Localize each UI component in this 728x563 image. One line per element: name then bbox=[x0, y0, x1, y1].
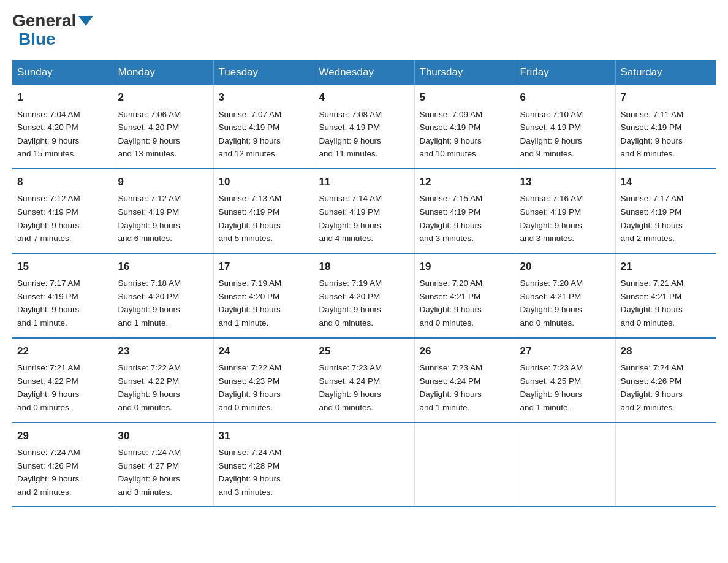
day-number: 11 bbox=[319, 174, 409, 190]
page-header: General Blue bbox=[12, 12, 716, 48]
day-number: 4 bbox=[319, 90, 409, 105]
weekday-header-friday: Friday bbox=[515, 60, 615, 85]
day-info: Sunrise: 7:19 AMSunset: 4:20 PMDaylight:… bbox=[219, 278, 282, 327]
calendar-cell: 21Sunrise: 7:21 AMSunset: 4:21 PMDayligh… bbox=[615, 253, 716, 338]
day-info: Sunrise: 7:12 AMSunset: 4:19 PMDaylight:… bbox=[17, 194, 80, 243]
weekday-header-monday: Monday bbox=[113, 60, 213, 85]
calendar-cell: 3Sunrise: 7:07 AMSunset: 4:19 PMDaylight… bbox=[213, 85, 314, 169]
day-number: 19 bbox=[420, 259, 510, 275]
day-info: Sunrise: 7:12 AMSunset: 4:19 PMDaylight:… bbox=[118, 194, 181, 243]
calendar-cell bbox=[515, 423, 615, 507]
calendar-week-row: 8Sunrise: 7:12 AMSunset: 4:19 PMDaylight… bbox=[12, 169, 716, 253]
weekday-header-wednesday: Wednesday bbox=[314, 60, 414, 85]
calendar-cell: 22Sunrise: 7:21 AMSunset: 4:22 PMDayligh… bbox=[12, 338, 113, 423]
logo-arrow-icon bbox=[78, 16, 93, 26]
day-info: Sunrise: 7:11 AMSunset: 4:19 PMDaylight:… bbox=[621, 110, 684, 159]
calendar-cell: 11Sunrise: 7:14 AMSunset: 4:19 PMDayligh… bbox=[314, 169, 414, 253]
calendar-cell: 29Sunrise: 7:24 AMSunset: 4:26 PMDayligh… bbox=[12, 423, 113, 507]
day-info: Sunrise: 7:18 AMSunset: 4:20 PMDaylight:… bbox=[118, 278, 181, 327]
day-info: Sunrise: 7:04 AMSunset: 4:20 PMDaylight:… bbox=[17, 110, 80, 159]
day-info: Sunrise: 7:22 AMSunset: 4:23 PMDaylight:… bbox=[219, 363, 282, 412]
calendar-cell bbox=[314, 423, 414, 507]
weekday-header-thursday: Thursday bbox=[414, 60, 515, 85]
calendar-cell: 8Sunrise: 7:12 AMSunset: 4:19 PMDaylight… bbox=[12, 169, 113, 253]
day-info: Sunrise: 7:15 AMSunset: 4:19 PMDaylight:… bbox=[420, 194, 483, 243]
day-info: Sunrise: 7:14 AMSunset: 4:19 PMDaylight:… bbox=[319, 194, 382, 243]
calendar-cell bbox=[414, 423, 515, 507]
calendar-cell: 7Sunrise: 7:11 AMSunset: 4:19 PMDaylight… bbox=[615, 85, 716, 169]
calendar-week-row: 22Sunrise: 7:21 AMSunset: 4:22 PMDayligh… bbox=[12, 338, 716, 423]
day-number: 16 bbox=[118, 259, 208, 275]
day-number: 9 bbox=[118, 174, 208, 190]
calendar-cell: 12Sunrise: 7:15 AMSunset: 4:19 PMDayligh… bbox=[414, 169, 515, 253]
day-number: 30 bbox=[118, 428, 208, 444]
day-number: 29 bbox=[17, 428, 108, 444]
calendar-cell: 17Sunrise: 7:19 AMSunset: 4:20 PMDayligh… bbox=[213, 253, 314, 338]
calendar-cell: 9Sunrise: 7:12 AMSunset: 4:19 PMDaylight… bbox=[113, 169, 213, 253]
day-info: Sunrise: 7:21 AMSunset: 4:21 PMDaylight:… bbox=[621, 278, 684, 327]
day-info: Sunrise: 7:24 AMSunset: 4:27 PMDaylight:… bbox=[118, 448, 181, 497]
calendar-week-row: 1Sunrise: 7:04 AMSunset: 4:20 PMDaylight… bbox=[12, 85, 716, 169]
day-info: Sunrise: 7:07 AMSunset: 4:19 PMDaylight:… bbox=[219, 110, 282, 159]
day-number: 8 bbox=[17, 174, 108, 190]
logo-blue-text: Blue bbox=[18, 31, 56, 48]
day-number: 26 bbox=[420, 343, 510, 359]
day-info: Sunrise: 7:09 AMSunset: 4:19 PMDaylight:… bbox=[420, 110, 483, 159]
calendar-cell: 10Sunrise: 7:13 AMSunset: 4:19 PMDayligh… bbox=[213, 169, 314, 253]
day-number: 3 bbox=[219, 90, 309, 105]
day-info: Sunrise: 7:22 AMSunset: 4:22 PMDaylight:… bbox=[118, 363, 181, 412]
day-info: Sunrise: 7:06 AMSunset: 4:20 PMDaylight:… bbox=[118, 110, 181, 159]
day-number: 15 bbox=[17, 259, 108, 275]
day-number: 28 bbox=[621, 343, 711, 359]
calendar-cell: 2Sunrise: 7:06 AMSunset: 4:20 PMDaylight… bbox=[113, 85, 213, 169]
day-number: 31 bbox=[219, 428, 309, 444]
day-info: Sunrise: 7:17 AMSunset: 4:19 PMDaylight:… bbox=[621, 194, 684, 243]
day-number: 2 bbox=[118, 90, 208, 105]
day-info: Sunrise: 7:13 AMSunset: 4:19 PMDaylight:… bbox=[219, 194, 282, 243]
day-info: Sunrise: 7:20 AMSunset: 4:21 PMDaylight:… bbox=[420, 278, 483, 327]
calendar-cell: 26Sunrise: 7:23 AMSunset: 4:24 PMDayligh… bbox=[414, 338, 515, 423]
calendar-cell: 31Sunrise: 7:24 AMSunset: 4:28 PMDayligh… bbox=[213, 423, 314, 507]
weekday-header-sunday: Sunday bbox=[12, 60, 113, 85]
calendar-table: SundayMondayTuesdayWednesdayThursdayFrid… bbox=[12, 60, 716, 507]
calendar-cell: 13Sunrise: 7:16 AMSunset: 4:19 PMDayligh… bbox=[515, 169, 615, 253]
day-info: Sunrise: 7:17 AMSunset: 4:19 PMDaylight:… bbox=[17, 278, 80, 327]
day-number: 7 bbox=[621, 90, 711, 105]
day-number: 1 bbox=[17, 90, 108, 105]
calendar-cell: 20Sunrise: 7:20 AMSunset: 4:21 PMDayligh… bbox=[515, 253, 615, 338]
calendar-cell: 6Sunrise: 7:10 AMSunset: 4:19 PMDaylight… bbox=[515, 85, 615, 169]
day-info: Sunrise: 7:19 AMSunset: 4:20 PMDaylight:… bbox=[319, 278, 382, 327]
calendar-cell: 27Sunrise: 7:23 AMSunset: 4:25 PMDayligh… bbox=[515, 338, 615, 423]
day-number: 18 bbox=[319, 259, 409, 275]
day-number: 17 bbox=[219, 259, 309, 275]
day-number: 23 bbox=[118, 343, 208, 359]
weekday-header-saturday: Saturday bbox=[615, 60, 716, 85]
day-info: Sunrise: 7:23 AMSunset: 4:24 PMDaylight:… bbox=[420, 363, 483, 412]
day-number: 24 bbox=[219, 343, 309, 359]
calendar-cell: 4Sunrise: 7:08 AMSunset: 4:19 PMDaylight… bbox=[314, 85, 414, 169]
calendar-cell: 18Sunrise: 7:19 AMSunset: 4:20 PMDayligh… bbox=[314, 253, 414, 338]
day-info: Sunrise: 7:10 AMSunset: 4:19 PMDaylight:… bbox=[520, 110, 583, 159]
day-info: Sunrise: 7:24 AMSunset: 4:26 PMDaylight:… bbox=[17, 448, 80, 497]
calendar-cell: 16Sunrise: 7:18 AMSunset: 4:20 PMDayligh… bbox=[113, 253, 213, 338]
calendar-cell: 24Sunrise: 7:22 AMSunset: 4:23 PMDayligh… bbox=[213, 338, 314, 423]
day-number: 22 bbox=[17, 343, 108, 359]
calendar-cell: 30Sunrise: 7:24 AMSunset: 4:27 PMDayligh… bbox=[113, 423, 213, 507]
day-number: 21 bbox=[621, 259, 711, 275]
calendar-cell: 19Sunrise: 7:20 AMSunset: 4:21 PMDayligh… bbox=[414, 253, 515, 338]
day-info: Sunrise: 7:24 AMSunset: 4:26 PMDaylight:… bbox=[621, 363, 684, 412]
day-number: 10 bbox=[219, 174, 309, 190]
calendar-cell: 28Sunrise: 7:24 AMSunset: 4:26 PMDayligh… bbox=[615, 338, 716, 423]
calendar-cell: 15Sunrise: 7:17 AMSunset: 4:19 PMDayligh… bbox=[12, 253, 113, 338]
day-info: Sunrise: 7:08 AMSunset: 4:19 PMDaylight:… bbox=[319, 110, 382, 159]
calendar-cell: 14Sunrise: 7:17 AMSunset: 4:19 PMDayligh… bbox=[615, 169, 716, 253]
calendar-cell: 23Sunrise: 7:22 AMSunset: 4:22 PMDayligh… bbox=[113, 338, 213, 423]
day-number: 6 bbox=[520, 90, 610, 105]
day-number: 27 bbox=[520, 343, 610, 359]
day-info: Sunrise: 7:16 AMSunset: 4:19 PMDaylight:… bbox=[520, 194, 583, 243]
day-number: 12 bbox=[420, 174, 510, 190]
weekday-header-row: SundayMondayTuesdayWednesdayThursdayFrid… bbox=[12, 60, 716, 85]
calendar-week-row: 29Sunrise: 7:24 AMSunset: 4:26 PMDayligh… bbox=[12, 423, 716, 507]
calendar-cell: 25Sunrise: 7:23 AMSunset: 4:24 PMDayligh… bbox=[314, 338, 414, 423]
day-info: Sunrise: 7:21 AMSunset: 4:22 PMDaylight:… bbox=[17, 363, 80, 412]
